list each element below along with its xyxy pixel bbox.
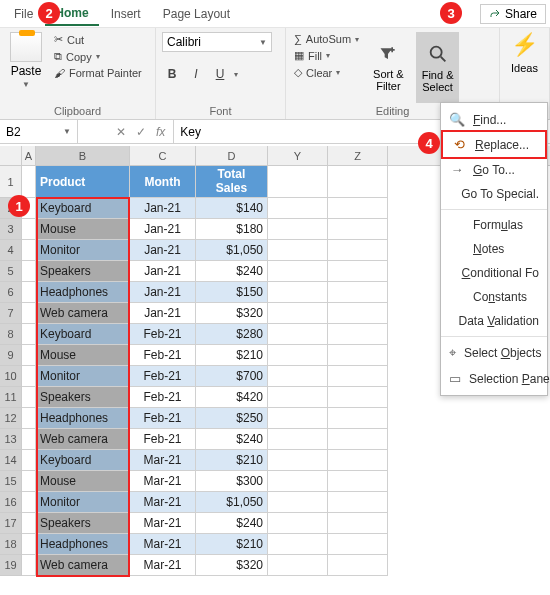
row-header[interactable]: 18 bbox=[0, 534, 22, 555]
cell-product[interactable]: Speakers bbox=[36, 513, 130, 534]
row-header[interactable]: 3 bbox=[0, 219, 22, 240]
cell-sales[interactable]: $210 bbox=[196, 534, 268, 555]
cell-sales[interactable]: $250 bbox=[196, 408, 268, 429]
font-name-select[interactable]: Calibri▼ bbox=[162, 32, 272, 52]
cell[interactable] bbox=[268, 166, 328, 198]
cell-product[interactable]: Web camera bbox=[36, 303, 130, 324]
cell[interactable] bbox=[22, 345, 36, 366]
cell[interactable] bbox=[22, 366, 36, 387]
cell[interactable] bbox=[268, 471, 328, 492]
cell-month[interactable]: Feb-21 bbox=[130, 366, 196, 387]
cell-month[interactable]: Mar-21 bbox=[130, 513, 196, 534]
cell[interactable] bbox=[22, 240, 36, 261]
cell[interactable] bbox=[268, 555, 328, 576]
cell-sales[interactable]: $240 bbox=[196, 261, 268, 282]
cell[interactable] bbox=[22, 492, 36, 513]
cell-month[interactable]: Jan-21 bbox=[130, 198, 196, 219]
cell[interactable] bbox=[22, 555, 36, 576]
cell[interactable] bbox=[22, 471, 36, 492]
cell[interactable] bbox=[328, 198, 388, 219]
col-header-D[interactable]: D bbox=[196, 146, 268, 165]
menu-replace[interactable]: ⟲Replace... bbox=[441, 130, 547, 159]
tab-file[interactable]: File bbox=[4, 3, 43, 25]
cell[interactable] bbox=[22, 166, 36, 198]
cell-product[interactable]: Web camera bbox=[36, 429, 130, 450]
autosum-button[interactable]: ∑AutoSum▾ bbox=[292, 32, 361, 46]
row-header[interactable]: 13 bbox=[0, 429, 22, 450]
clear-button[interactable]: ◇Clear▾ bbox=[292, 65, 361, 80]
menu-conditional[interactable]: Conditional Fo bbox=[441, 261, 547, 285]
cell-product[interactable]: Monitor bbox=[36, 492, 130, 513]
cell-sales[interactable]: $320 bbox=[196, 303, 268, 324]
cell-product[interactable]: Mouse bbox=[36, 345, 130, 366]
tab-home[interactable]: Home bbox=[45, 2, 98, 26]
cell-header-product[interactable]: Product bbox=[36, 166, 130, 198]
cell-product[interactable]: Headphones bbox=[36, 282, 130, 303]
cell-sales[interactable]: $210 bbox=[196, 450, 268, 471]
cell[interactable] bbox=[328, 303, 388, 324]
copy-button[interactable]: ⧉Copy▾ bbox=[52, 49, 144, 64]
menu-data-validation[interactable]: Data Validation bbox=[441, 309, 547, 333]
menu-find[interactable]: 🔍Find... bbox=[441, 107, 547, 132]
cell[interactable] bbox=[22, 219, 36, 240]
row-header[interactable]: 5 bbox=[0, 261, 22, 282]
menu-select-objects[interactable]: ⌖Select Objects bbox=[441, 340, 547, 366]
ideas-button[interactable]: ⚡ Ideas bbox=[506, 32, 543, 74]
cell-product[interactable]: Speakers bbox=[36, 261, 130, 282]
cell-month[interactable]: Mar-21 bbox=[130, 492, 196, 513]
cell-month[interactable]: Mar-21 bbox=[130, 471, 196, 492]
cell-product[interactable]: Speakers bbox=[36, 387, 130, 408]
cell[interactable] bbox=[268, 450, 328, 471]
menu-notes[interactable]: Notes bbox=[441, 237, 547, 261]
cell[interactable] bbox=[268, 408, 328, 429]
cell[interactable] bbox=[328, 513, 388, 534]
cell-month[interactable]: Mar-21 bbox=[130, 450, 196, 471]
italic-button[interactable]: I bbox=[186, 64, 206, 84]
menu-goto-special[interactable]: Go To Special. bbox=[441, 182, 547, 206]
row-header[interactable]: 1 bbox=[0, 166, 22, 198]
cell-month[interactable]: Jan-21 bbox=[130, 261, 196, 282]
row-header[interactable]: 15 bbox=[0, 471, 22, 492]
cell[interactable] bbox=[328, 408, 388, 429]
fill-button[interactable]: ▦Fill▾ bbox=[292, 48, 361, 63]
cell-product[interactable]: Mouse bbox=[36, 219, 130, 240]
cell[interactable] bbox=[328, 534, 388, 555]
cell-month[interactable]: Feb-21 bbox=[130, 345, 196, 366]
cell-sales[interactable]: $140 bbox=[196, 198, 268, 219]
cell-product[interactable]: Mouse bbox=[36, 471, 130, 492]
cell[interactable] bbox=[268, 198, 328, 219]
cell[interactable] bbox=[22, 303, 36, 324]
cell[interactable] bbox=[268, 513, 328, 534]
cell-month[interactable]: Jan-21 bbox=[130, 240, 196, 261]
cell[interactable] bbox=[268, 261, 328, 282]
cell-header-total-sales[interactable]: Total Sales bbox=[196, 166, 268, 198]
sort-filter-button[interactable]: Sort & Filter bbox=[367, 32, 410, 103]
cell[interactable] bbox=[268, 387, 328, 408]
cell-header-month[interactable]: Month bbox=[130, 166, 196, 198]
row-header[interactable]: 12 bbox=[0, 408, 22, 429]
cell-sales[interactable]: $700 bbox=[196, 366, 268, 387]
cell[interactable] bbox=[268, 429, 328, 450]
cell-month[interactable]: Feb-21 bbox=[130, 408, 196, 429]
cell-sales[interactable]: $300 bbox=[196, 471, 268, 492]
cell-product[interactable]: Monitor bbox=[36, 366, 130, 387]
cell-product[interactable]: Monitor bbox=[36, 240, 130, 261]
cell[interactable] bbox=[22, 408, 36, 429]
find-select-button[interactable]: Find & Select bbox=[416, 32, 460, 103]
cancel-icon[interactable]: ✕ bbox=[116, 125, 126, 139]
cell-sales[interactable]: $150 bbox=[196, 282, 268, 303]
menu-constants[interactable]: Constants bbox=[441, 285, 547, 309]
cell-product[interactable]: Keyboard bbox=[36, 324, 130, 345]
cell[interactable] bbox=[328, 471, 388, 492]
menu-selection-pane[interactable]: ▭Selection Pane bbox=[441, 366, 547, 391]
cell-month[interactable]: Mar-21 bbox=[130, 555, 196, 576]
row-header[interactable]: 14 bbox=[0, 450, 22, 471]
bold-button[interactable]: B bbox=[162, 64, 182, 84]
cell-month[interactable]: Jan-21 bbox=[130, 303, 196, 324]
cell[interactable] bbox=[22, 387, 36, 408]
underline-button[interactable]: U bbox=[210, 64, 230, 84]
cell[interactable] bbox=[328, 450, 388, 471]
tab-insert[interactable]: Insert bbox=[101, 3, 151, 25]
cell[interactable] bbox=[328, 429, 388, 450]
paste-button[interactable]: Paste ▼ bbox=[6, 32, 46, 103]
